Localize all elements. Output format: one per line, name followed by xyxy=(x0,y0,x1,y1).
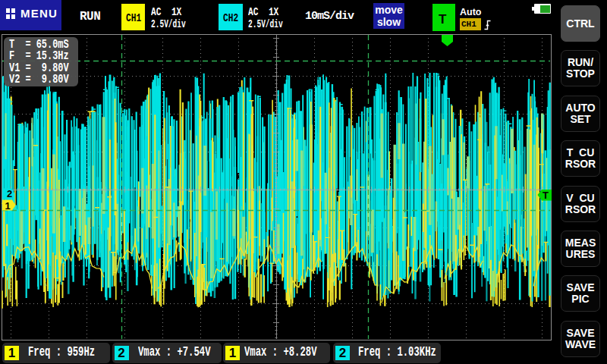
svg-text:T: T xyxy=(543,190,549,201)
svg-text:1: 1 xyxy=(5,200,11,212)
svg-text:2: 2 xyxy=(7,188,12,199)
